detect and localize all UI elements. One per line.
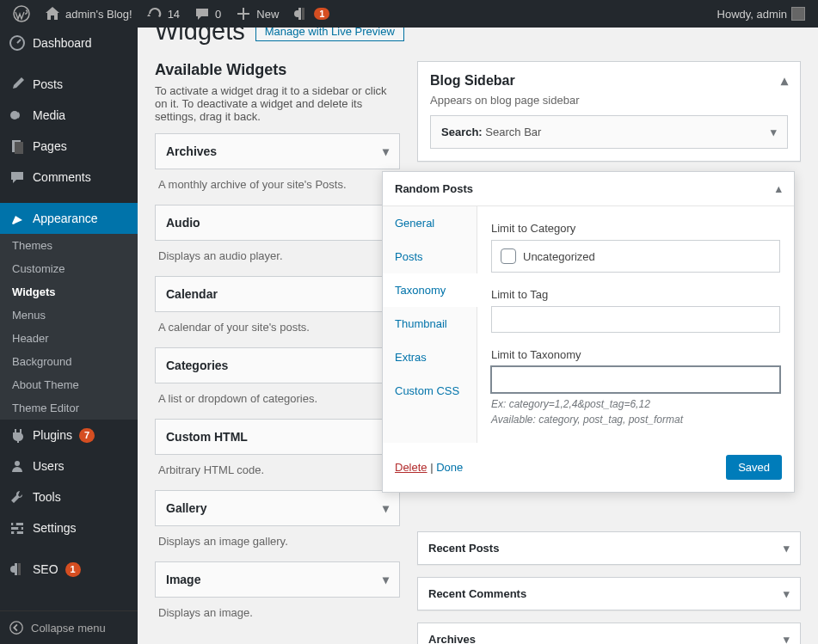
menu-pages[interactable]: Pages [0,131,138,162]
svg-point-14 [14,531,17,535]
available-heading: Available Widgets [155,61,400,79]
widget-gallery-title: Gallery [166,501,206,515]
widget-audio-desc: Displays an audio player. [155,241,400,266]
appearance-submenu: Themes Customize Widgets Menus Header Ba… [0,234,138,420]
howdy-link[interactable]: Howdy, admin [711,0,811,28]
sidebar-zone: Blog Sidebar▴ Appears on blog page sideb… [417,61,801,162]
widget-custom-html-title: Custom HTML [166,430,248,444]
menu-plugins[interactable]: Plugins7 [0,420,138,451]
seo-notif[interactable]: 1 [286,0,335,28]
site-link[interactable]: admin's Blog! [38,0,138,28]
panel-form: Limit to Category Uncategorized Limit to… [477,206,794,443]
widget-custom-html[interactable]: Custom HTML▾ [155,419,400,455]
widget-image[interactable]: Image▾ [155,561,400,598]
delete-link[interactable]: Delete [395,461,427,474]
limit-taxonomy-label: Limit to Taxonomy [491,348,780,361]
chevron-down-icon: ▾ [383,501,389,515]
updates-link[interactable]: 14 [140,0,186,28]
new-link[interactable]: New [229,0,285,28]
menu-dashboard-label: Dashboard [33,36,92,50]
saved-button[interactable]: Saved [726,455,782,480]
sub-header[interactable]: Header [0,327,138,350]
menu-appearance[interactable]: Appearance [0,203,138,234]
tab-thumbnail[interactable]: Thumbnail [383,307,477,340]
widget-archives[interactable]: Archives▾ [155,133,400,169]
widget-calendar[interactable]: Calendar▾ [155,276,400,312]
menu-settings[interactable]: Settings [0,512,138,543]
menu-appearance-label: Appearance [33,212,98,225]
sub-customize[interactable]: Customize [0,257,138,280]
widget-archives-title: Archives [166,144,217,158]
widget-categories[interactable]: Categories▾ [155,347,400,383]
tab-custom-css[interactable]: Custom CSS [383,374,477,408]
menu-users[interactable]: Users [0,451,138,481]
archives-label: Archives [428,633,476,644]
menu-tools[interactable]: Tools [0,481,138,512]
widget-gallery[interactable]: Gallery▾ [155,490,400,526]
site-name: admin's Blog! [65,8,132,21]
widget-instance-recent-posts[interactable]: Recent Posts▾ [417,531,801,565]
tab-posts[interactable]: Posts [383,240,477,273]
sub-editor[interactable]: Theme Editor [0,396,138,420]
seo-badge: 1 [65,562,81,577]
live-preview-button[interactable]: Manage with Live Preview [255,28,404,41]
notif-badge: 1 [314,8,329,20]
menu-media[interactable]: Media [0,100,138,131]
menu-dashboard[interactable]: Dashboard [0,28,138,58]
widget-instance-search[interactable]: Search: Search Bar ▾ [430,115,788,149]
svg-point-8 [15,461,20,466]
limit-tag-input[interactable] [491,306,780,333]
widget-image-title: Image [166,573,200,586]
svg-rect-16 [18,563,21,575]
menu-comments[interactable]: Comments [0,162,138,193]
sub-themes[interactable]: Themes [0,234,138,257]
widget-categories-title: Categories [166,359,228,372]
sub-about[interactable]: About Theme [0,373,138,396]
admin-bar: admin's Blog! 14 0 New 1 Howdy, admin [0,0,818,28]
chevron-down-icon: ▾ [784,587,790,600]
svg-point-17 [10,566,17,573]
widget-archives-desc: A monthly archive of your site's Posts. [155,169,400,194]
panel-tabs: General Posts Taxonomy Thumbnail Extras … [383,206,477,443]
menu-seo-label: SEO [33,562,58,576]
menu-posts[interactable]: Posts [0,69,138,100]
collapse-menu[interactable]: Collapse menu [0,610,138,644]
widget-gallery-desc: Displays an image gallery. [155,526,400,551]
menu-settings-label: Settings [33,521,77,535]
category-uncategorized-row[interactable]: Uncategorized [491,240,780,273]
uncategorized-label: Uncategorized [523,250,595,263]
sub-widgets[interactable]: Widgets [0,280,138,304]
search-label: Search: [441,126,483,138]
comments-link[interactable]: 0 [188,0,227,28]
menu-pages-label: Pages [33,139,67,153]
comments-count: 0 [215,8,221,21]
caret-up-icon: ▴ [776,182,782,195]
sub-background[interactable]: Background [0,350,138,373]
widget-calendar-desc: A calendar of your site's posts. [155,312,400,337]
menu-comments-label: Comments [33,170,91,184]
widget-instance-recent-comments[interactable]: Recent Comments▾ [417,577,801,610]
limit-tag-label: Limit to Tag [491,288,780,301]
tab-general[interactable]: General [383,206,477,240]
menu-seo[interactable]: SEO1 [0,554,138,585]
page-title: Widgets [155,28,245,46]
uncategorized-checkbox[interactable] [501,248,516,264]
widget-audio[interactable]: Audio▾ [155,205,400,241]
updates-count: 14 [168,8,180,21]
tab-extras[interactable]: Extras [383,340,477,374]
collapse-label: Collapse menu [31,622,106,635]
panel-header[interactable]: Random Posts ▴ [383,172,794,206]
sub-menus[interactable]: Menus [0,304,138,327]
wp-logo[interactable] [7,0,36,28]
avatar [791,7,805,21]
caret-up-icon[interactable]: ▴ [781,72,788,89]
limit-taxonomy-input[interactable] [491,366,780,393]
done-link[interactable]: Done [436,461,463,474]
taxonomy-hint-avail: Available: category, post_tag, post_form… [491,412,780,427]
menu-plugins-label: Plugins [33,428,72,442]
menu-users-label: Users [33,459,65,473]
widget-instance-archives[interactable]: Archives▾ [417,623,801,644]
svg-rect-7 [15,142,23,154]
tab-taxonomy[interactable]: Taxonomy [383,273,477,307]
menu-tools-label: Tools [33,490,61,504]
